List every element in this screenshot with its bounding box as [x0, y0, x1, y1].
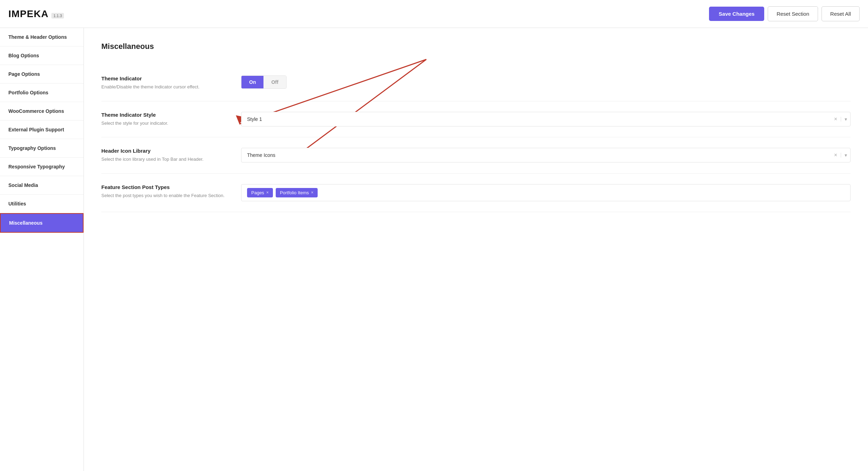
logo-area: IMPEKA 1.1.3 — [8, 8, 64, 20]
setting-label-col-feature-section-post-types: Feature Section Post TypesSelect the pos… — [101, 184, 227, 199]
sidebar-item-portfolio[interactable]: Portfolio Options — [0, 84, 84, 102]
setting-desc-header-icon-library: Select the icon library used in Top Bar … — [101, 156, 227, 163]
setting-label-col-theme-indicator-style: Theme Indicator StyleSelect the style fo… — [101, 112, 227, 127]
setting-control-feature-section-post-types: Pages×Portfolio Items× — [241, 184, 851, 201]
setting-label-col-header-icon-library: Header Icon LibrarySelect the icon libra… — [101, 148, 227, 163]
tag-label: Portfolio Items — [280, 190, 309, 195]
tag-portfolio-items: Portfolio Items× — [276, 188, 318, 197]
select-actions-theme-indicator-style: ×▾ — [831, 112, 851, 126]
setting-label-feature-section-post-types: Feature Section Post Types — [101, 184, 227, 190]
sidebar-item-social-media[interactable]: Social Media — [0, 176, 84, 195]
setting-row-theme-indicator: Theme IndicatorEnable/Disable the theme … — [101, 65, 851, 101]
setting-label-col-theme-indicator: Theme IndicatorEnable/Disable the theme … — [101, 75, 227, 90]
setting-label-theme-indicator-style: Theme Indicator Style — [101, 112, 227, 118]
setting-desc-theme-indicator-style: Select the style for your indicator. — [101, 120, 227, 127]
sidebar-item-blog[interactable]: Blog Options — [0, 46, 84, 65]
tags-container-feature-section-post-types: Pages×Portfolio Items× — [241, 184, 851, 201]
sidebar-item-theme-header[interactable]: Theme & Header Options — [0, 28, 84, 46]
sidebar-item-utilities[interactable]: Utilities — [0, 195, 84, 213]
save-changes-button[interactable]: Save Changes — [709, 7, 765, 21]
sidebar-item-responsive-typography[interactable]: Responsive Typography — [0, 158, 84, 176]
sidebar-item-typography[interactable]: Typography Options — [0, 139, 84, 158]
header-actions: Save Changes Reset Section Reset All — [709, 6, 860, 21]
reset-all-button[interactable]: Reset All — [822, 6, 860, 21]
sidebar-item-woocommerce[interactable]: WooCommerce Options — [0, 102, 84, 121]
select-arrow-header-icon-library[interactable]: ▾ — [841, 153, 851, 158]
setting-row-feature-section-post-types: Feature Section Post TypesSelect the pos… — [101, 174, 851, 212]
toggle-group-theme-indicator: OnOff — [241, 75, 287, 89]
setting-row-header-icon-library: Header Icon LibrarySelect the icon libra… — [101, 137, 851, 174]
section-title: Miscellaneous — [101, 42, 851, 51]
version-badge: 1.1.3 — [51, 13, 64, 19]
select-clear-header-icon-library[interactable]: × — [831, 152, 841, 158]
sidebar-item-page[interactable]: Page Options — [0, 65, 84, 84]
setting-control-theme-indicator: OnOff — [241, 75, 851, 89]
toggle-btn-on[interactable]: On — [241, 76, 263, 88]
setting-desc-theme-indicator: Enable/Disable the theme Indicator curso… — [101, 84, 227, 90]
reset-section-button[interactable]: Reset Section — [768, 6, 818, 21]
setting-label-theme-indicator: Theme Indicator — [101, 75, 227, 81]
toggle-btn-off[interactable]: Off — [263, 76, 286, 88]
select-clear-theme-indicator-style[interactable]: × — [831, 116, 841, 122]
setting-label-header-icon-library: Header Icon Library — [101, 148, 227, 154]
select-theme-indicator-style[interactable]: Style 1Style 2Style 3 — [241, 112, 851, 126]
select-arrow-theme-indicator-style[interactable]: ▾ — [841, 117, 851, 122]
setting-control-theme-indicator-style: Style 1Style 2Style 3×▾ — [241, 112, 851, 126]
tag-remove-icon[interactable]: × — [266, 190, 269, 195]
setting-control-header-icon-library: Theme IconsFont AwesomeMaterial Icons×▾ — [241, 148, 851, 162]
setting-desc-feature-section-post-types: Select the post types you wish to enable… — [101, 192, 227, 199]
header: IMPEKA 1.1.3 Save Changes Reset Section … — [0, 0, 868, 28]
sidebar: Theme & Header OptionsBlog OptionsPage O… — [0, 28, 84, 471]
setting-row-theme-indicator-style: Theme Indicator StyleSelect the style fo… — [101, 101, 851, 138]
settings-container: Theme IndicatorEnable/Disable the theme … — [101, 65, 851, 212]
tag-label: Pages — [251, 190, 264, 195]
main-content: Miscellaneous Theme IndicatorEnable/Disa… — [84, 28, 868, 471]
sidebar-item-external-plugin[interactable]: External Plugin Support — [0, 121, 84, 139]
select-actions-header-icon-library: ×▾ — [831, 148, 851, 162]
select-wrapper-header-icon-library: Theme IconsFont AwesomeMaterial Icons×▾ — [241, 148, 851, 162]
select-wrapper-theme-indicator-style: Style 1Style 2Style 3×▾ — [241, 112, 851, 126]
select-header-icon-library[interactable]: Theme IconsFont AwesomeMaterial Icons — [241, 148, 851, 162]
layout: Theme & Header OptionsBlog OptionsPage O… — [0, 28, 868, 471]
tag-remove-icon[interactable]: × — [311, 190, 313, 195]
sidebar-item-miscellaneous[interactable]: Miscellaneous — [0, 213, 84, 233]
logo: IMPEKA — [8, 8, 49, 20]
tag-pages: Pages× — [247, 188, 273, 197]
